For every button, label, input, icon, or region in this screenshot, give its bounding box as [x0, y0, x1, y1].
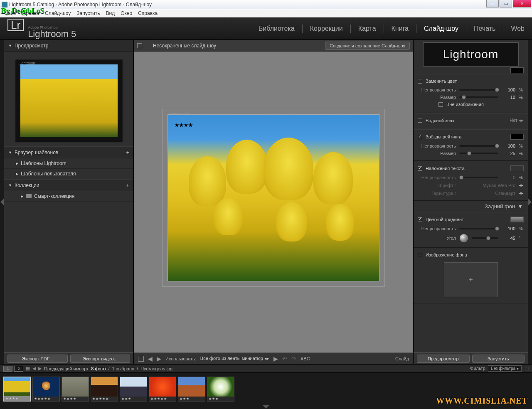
left-panel-toggle[interactable]: [0, 40, 4, 364]
module-Карта[interactable]: Карта: [358, 23, 376, 34]
filmstrip-thumb[interactable]: ★★★: [120, 377, 147, 402]
opacity-slider-2[interactable]: [459, 145, 498, 147]
filmstrip-thumb[interactable]: ★★★★★: [149, 377, 176, 402]
filmstrip-infobar: 1 2 ▦ ◀ ▶ Предыдущий импорт 8 фото / 1 в…: [0, 364, 532, 372]
export-video-button[interactable]: Экспорт видео...: [70, 355, 131, 363]
use-selector[interactable]: Все фото из ленты миниатюр ◂▸: [200, 356, 269, 361]
window-close-button[interactable]: ✕: [513, 0, 531, 7]
opacity-slider-4[interactable]: [459, 228, 498, 229]
grid-icon[interactable]: ▦: [26, 366, 30, 371]
screen-1-button[interactable]: 1: [3, 366, 12, 372]
filmstrip-thumb[interactable]: ★★★★★: [91, 377, 118, 402]
run-button[interactable]: Запустить: [472, 355, 525, 363]
text-overlay-checkbox[interactable]: [418, 166, 422, 171]
rotate-cw-icon[interactable]: ↷: [291, 355, 296, 362]
menu-window[interactable]: Окно: [121, 10, 132, 16]
triangle-down-icon: ▼: [8, 44, 12, 48]
menu-run[interactable]: Запустить: [76, 10, 100, 16]
preview-header[interactable]: ▼ Предпросмотр: [4, 40, 133, 52]
template-group-lightroom[interactable]: ▶ Шаблоны Lightroom: [4, 158, 133, 169]
menu-slideshow[interactable]: Слайд-шоу: [45, 10, 71, 16]
preview-header-label: Предпросмотр: [15, 43, 48, 49]
face-selector[interactable]: Стандарт: [495, 191, 515, 196]
filter-lock-icon[interactable]: ⬚: [525, 366, 529, 371]
filmstrip-thumb[interactable]: ★★★: [178, 377, 205, 402]
module-Коррекции[interactable]: Коррекции: [310, 23, 343, 34]
right-panel-toggle[interactable]: [528, 40, 532, 364]
gradient-checkbox[interactable]: [418, 217, 422, 222]
angle-slider[interactable]: [472, 237, 498, 239]
gradient-swatch[interactable]: [510, 217, 524, 222]
module-picker-bar: Lr Adobe Photoshop Lightroom 5 Библиотек…: [0, 17, 532, 40]
window-maximize-button[interactable]: ▭: [500, 0, 512, 7]
prev-icon[interactable]: ◀: [32, 366, 36, 371]
use-label: Использовать:: [165, 356, 196, 361]
logo-big: Lightroom 5: [28, 30, 76, 39]
module-Печать[interactable]: Печать: [474, 23, 495, 34]
stop-icon[interactable]: [138, 356, 144, 362]
source-label[interactable]: Предыдущий импорт: [44, 366, 89, 371]
play-icon[interactable]: ▶: [273, 355, 278, 362]
module-Слайд-шоу[interactable]: Слайд-шоу: [424, 23, 458, 34]
opacity-slider-1[interactable]: [459, 89, 498, 91]
window-minimize-button[interactable]: —: [486, 0, 499, 7]
slide-preview: Lightroom ★★★★: [162, 109, 385, 287]
stars-color-swatch[interactable]: [510, 134, 524, 140]
watermark-value[interactable]: Нет ◂▸: [510, 118, 524, 123]
left-panel: ▼ Предпросмотр Lightroom ▼ Браузер шабло…: [4, 40, 134, 364]
module-Web[interactable]: Web: [511, 23, 525, 34]
next-arrow-icon[interactable]: ▶: [157, 355, 161, 362]
module-Библиотека[interactable]: Библиотека: [259, 23, 295, 34]
filmstrip-thumb[interactable]: ★★★★★: [32, 377, 60, 402]
page-watermark-url: WWW.CIMISLIA.NET: [436, 396, 528, 406]
templates-header[interactable]: ▼ Браузер шаблонов +: [4, 146, 133, 158]
collections-header[interactable]: ▼ Коллекции +: [4, 179, 133, 191]
identity-color-swatch[interactable]: [510, 67, 524, 73]
watermark-checkbox[interactable]: [418, 118, 422, 123]
outside-image-checkbox[interactable]: [438, 102, 443, 107]
module-Книга[interactable]: Книга: [392, 23, 409, 34]
abc-button[interactable]: ABC: [300, 356, 310, 361]
templates-header-label: Браузер шаблонов: [15, 150, 58, 155]
menubar: Файл Правка Слайд-шоу Запустить Вид Окно…: [0, 9, 532, 17]
window-titlebar: Lightroom 5 Catalog - Adobe Photoshop Li…: [0, 0, 532, 9]
filmstrip-thumb[interactable]: ★★★★: [3, 377, 31, 402]
logo-lr-icon: Lr: [7, 19, 24, 31]
center-toolbar: ◀ ▶ Использовать: Все фото из ленты мини…: [134, 352, 413, 364]
export-pdf-button[interactable]: Экспорт PDF...: [7, 355, 68, 363]
size-slider-2[interactable]: [459, 153, 498, 154]
font-selector[interactable]: Myriad Web Pro: [483, 183, 515, 188]
slideshow-header: Несохраненные слайд-шоу Создание и сохра…: [134, 40, 413, 52]
filmstrip-thumb[interactable]: ★★★★: [62, 377, 89, 402]
bg-image-checkbox[interactable]: [418, 253, 422, 257]
template-group-user[interactable]: ▶ Шаблоны пользователя: [4, 169, 133, 179]
plus-icon[interactable]: +: [126, 149, 129, 155]
filmstrip-thumb[interactable]: ★★★: [207, 377, 234, 402]
bg-image-dropzone[interactable]: +: [444, 262, 498, 297]
menu-view[interactable]: Вид: [106, 10, 115, 16]
text-color-swatch[interactable]: [510, 165, 524, 171]
selected-count: 1 выбрано: [112, 366, 134, 371]
prev-arrow-icon[interactable]: ◀: [148, 355, 153, 362]
angle-knob[interactable]: [459, 234, 468, 243]
center-stage: Несохраненные слайд-шоу Создание и сохра…: [134, 40, 413, 364]
size-slider-1[interactable]: [459, 96, 498, 98]
collection-smart[interactable]: ▶ Смарт-коллекция: [4, 191, 133, 202]
filter-selector[interactable]: Без фильтра ▾: [488, 365, 522, 372]
plus-icon[interactable]: +: [126, 182, 129, 188]
slide-stars: ★★★★: [175, 122, 193, 128]
opacity-slider-3: [459, 177, 498, 178]
background-header[interactable]: Задний фон▼: [414, 201, 528, 212]
folder-icon: [26, 194, 32, 198]
screen-2-button[interactable]: 2: [14, 366, 23, 372]
filter-label: Фильтр:: [470, 366, 487, 371]
preview-button[interactable]: Предпросмотр: [417, 355, 470, 363]
next-icon[interactable]: ▶: [38, 366, 42, 371]
identity-plate[interactable]: Lightroom: [423, 42, 519, 67]
menu-help[interactable]: Справка: [138, 10, 158, 16]
create-save-slideshow-button[interactable]: Создание и сохранение Слайд-шоу: [325, 42, 410, 50]
stars-checkbox[interactable]: [418, 135, 422, 139]
slideshow-title: Несохраненные слайд-шоу: [145, 43, 325, 49]
rotate-ccw-icon[interactable]: ↶: [282, 355, 287, 362]
replace-color-checkbox[interactable]: [418, 79, 422, 84]
